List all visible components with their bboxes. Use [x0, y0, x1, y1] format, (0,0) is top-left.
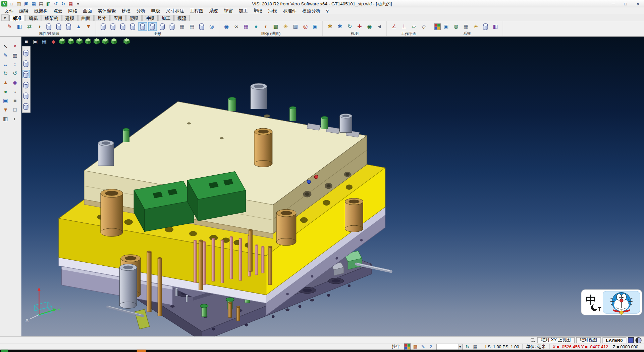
scene-canvas[interactable]: Y X 中 T — [21, 37, 644, 337]
status-grid-icon[interactable]: ▦ — [472, 344, 478, 350]
texture-icon[interactable]: ▩ — [271, 22, 280, 31]
tab[interactable]: 尺寸 — [94, 15, 110, 21]
filter-add-icon[interactable] — [55, 22, 63, 31]
delete-icon[interactable]: × — [11, 42, 19, 50]
menu-item[interactable]: 点云 — [51, 7, 65, 14]
qa-dropdown-icon[interactable]: ▾ — [75, 1, 82, 6]
hatch-display-icon[interactable]: ▤ — [188, 22, 197, 31]
tab[interactable]: 塑膜 — [126, 15, 142, 21]
visi-logo[interactable]: V — [1, 1, 7, 6]
taskbar-app-indicator[interactable] — [137, 350, 146, 352]
image-layers-icon[interactable]: ▦ — [242, 22, 251, 31]
menu-item[interactable]: 视窗 — [221, 7, 236, 14]
clip-filter-6-icon[interactable] — [22, 102, 30, 110]
show-wireframe-icon[interactable] — [119, 22, 127, 31]
viewport-menu-icon[interactable]: ≡ — [23, 38, 30, 45]
display-mode-icon[interactable] — [635, 337, 641, 343]
light-source-icon[interactable]: ☀ — [281, 22, 290, 31]
redo-icon[interactable]: ↻ — [60, 1, 67, 6]
workplane-3d-icon[interactable]: ◇ — [419, 22, 428, 31]
rotate-view-icon[interactable]: ↻ — [345, 22, 354, 31]
undo-icon[interactable]: ↺ — [53, 1, 59, 6]
screen-config-icon[interactable]: ▣ — [442, 22, 451, 31]
table-icon[interactable]: ▦ — [462, 22, 470, 31]
menu-item[interactable]: 尺寸标注 — [163, 7, 187, 14]
iso-view-cube-icon[interactable] — [76, 38, 83, 45]
search-icon[interactable] — [530, 338, 536, 343]
close-button[interactable]: × — [632, 0, 644, 7]
save-all-icon[interactable]: ▦ — [31, 1, 37, 6]
clip-filter-1-icon[interactable] — [22, 48, 30, 56]
zoom-extents-icon[interactable]: ◉ — [365, 22, 374, 31]
iso-view-cube-icon[interactable] — [123, 38, 130, 45]
collapse-icon[interactable]: ▼ — [2, 106, 9, 114]
workplane-align-icon[interactable]: ▱ — [410, 22, 418, 31]
tab[interactable]: 曲面 — [78, 15, 94, 21]
iso-view-cube-icon[interactable] — [85, 38, 92, 45]
move-horizontal-icon[interactable]: ↔ — [2, 60, 9, 68]
menu-item[interactable]: 编辑 — [16, 7, 31, 14]
maximize-button[interactable]: □ — [620, 0, 632, 7]
status-refresh-icon[interactable]: ↻ — [464, 344, 470, 350]
menu-item[interactable]: 分析 — [133, 7, 148, 14]
half-square-icon[interactable]: ◧ — [2, 115, 9, 123]
tab[interactable]: 建模 — [62, 15, 78, 21]
tab[interactable]: 标准 — [9, 15, 25, 21]
snapshot-icon[interactable]: ◎ — [301, 22, 310, 31]
panel-icon[interactable]: ▣ — [2, 97, 9, 104]
sphere-icon[interactable]: ● — [2, 88, 9, 95]
rotate-cw-icon[interactable]: ↻ — [2, 70, 9, 77]
print-icon[interactable]: ▤ — [38, 1, 45, 6]
layer-down-icon[interactable]: ▼ — [84, 22, 93, 31]
half-shade-icon[interactable]: ◐ — [262, 22, 270, 31]
menu-item[interactable]: 网格 — [65, 7, 80, 14]
layer-up-icon[interactable]: ▲ — [74, 22, 83, 31]
database-icon[interactable] — [481, 22, 490, 31]
advanced-render-icon[interactable]: ◉ — [222, 22, 231, 31]
menu-item[interactable]: 冲模 — [265, 7, 280, 14]
iso-view-cube-icon[interactable] — [59, 38, 66, 45]
tab[interactable]: 加工 — [158, 15, 174, 21]
mold-assembly[interactable] — [59, 83, 391, 337]
solid-icon[interactable]: ◆ — [11, 79, 19, 86]
pan-view-icon[interactable]: ✚ — [355, 22, 364, 31]
sketch-icon[interactable]: ✎ — [2, 51, 9, 59]
menu-item[interactable]: 曲面 — [80, 7, 95, 14]
transparency-icon[interactable] — [168, 22, 177, 31]
layer-field[interactable]: LAYER0 — [602, 337, 627, 343]
clip-filter-3-icon[interactable] — [22, 70, 30, 78]
minimize-button[interactable]: ─ — [607, 0, 620, 7]
move-vertical-icon[interactable]: ↕ — [11, 60, 19, 68]
tab[interactable]: 模流 — [174, 15, 190, 21]
menu-item[interactable]: 工程图 — [187, 7, 206, 14]
iso-view-cube-icon[interactable] — [110, 38, 117, 45]
lock-label[interactable]: 拴牢 — [392, 344, 400, 350]
workplane-normal-icon[interactable]: ⊥ — [399, 22, 408, 31]
iso-view-cube-icon[interactable] — [102, 38, 109, 45]
rect-icon[interactable]: □ — [11, 106, 19, 114]
rotate-ccw-icon[interactable]: ↺ — [11, 70, 19, 77]
paint-attributes-icon[interactable]: ◧ — [15, 22, 24, 31]
dynamic-view-icon[interactable]: ✱ — [326, 22, 334, 31]
combo-caret-icon[interactable]: ▾ — [458, 344, 462, 349]
background-icon[interactable]: ▨ — [291, 22, 300, 31]
filter-edit-icon[interactable] — [45, 22, 53, 31]
view-mode-field[interactable]: 绝对 XY 上视图 — [537, 337, 574, 343]
extrude-icon[interactable]: ▲ — [2, 79, 9, 86]
new-file-icon[interactable]: □ — [8, 1, 15, 6]
viewport-grid-icon[interactable]: ▦ — [41, 38, 48, 45]
status-palette-icon[interactable] — [404, 343, 411, 350]
contrast-icon[interactable]: ◐ — [11, 115, 19, 123]
menu-item[interactable]: 标准件 — [280, 7, 300, 14]
match-properties-icon[interactable]: ◑ — [35, 22, 44, 31]
layer-color-chip[interactable] — [628, 337, 634, 343]
viewport-window-icon[interactable]: ▣ — [32, 38, 39, 45]
menu-item[interactable]: 文件 — [2, 7, 16, 14]
select-icon[interactable]: ↖ — [2, 42, 9, 50]
viewport-3d[interactable]: Y X 中 T — [21, 37, 644, 337]
grid-snap-icon[interactable]: ▦ — [11, 51, 19, 59]
workplane-angle-icon[interactable]: ∠ — [390, 22, 398, 31]
clip-filter-2-icon[interactable] — [22, 59, 30, 67]
examine-element-icon[interactable]: ◎ — [207, 22, 216, 31]
globe-icon[interactable]: ◍ — [452, 22, 461, 31]
